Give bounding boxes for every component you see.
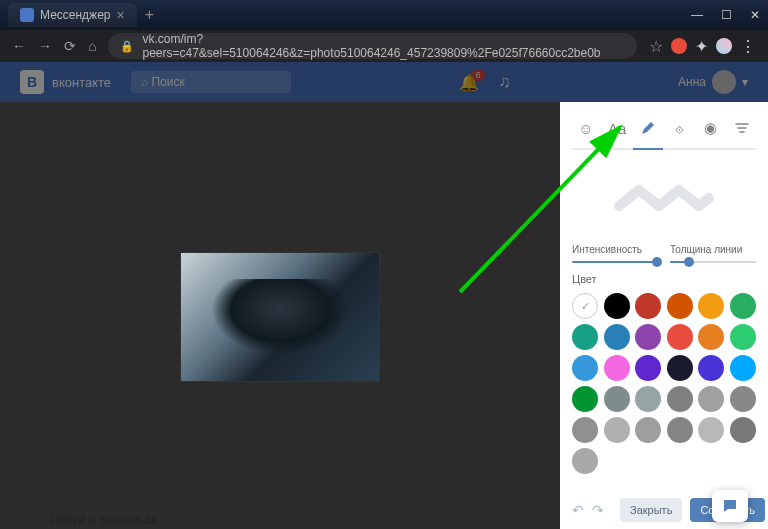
home-button[interactable]: ⌂ [88, 38, 96, 54]
back-button[interactable]: ← [12, 38, 26, 54]
lock-icon: 🔒 [120, 40, 134, 53]
extensions-menu-icon[interactable]: ✦ [695, 37, 708, 56]
color-swatch[interactable] [730, 324, 756, 350]
editor-panel: ☺ Aa ⟐ ◉ Интенсивность [560, 102, 768, 529]
extension-icon-1[interactable] [671, 38, 687, 54]
color-swatch[interactable] [572, 386, 598, 412]
color-swatch[interactable] [604, 355, 630, 381]
color-swatch[interactable] [667, 293, 693, 319]
color-swatch[interactable] [698, 355, 724, 381]
slider-thumb[interactable] [652, 257, 662, 267]
vk-header: B вконтакте ⌕ Поиск 🔔6 ♫ Анна ▾ [0, 62, 768, 102]
menu-icon[interactable]: ⋮ [740, 37, 756, 56]
vk-search-input[interactable]: ⌕ Поиск [131, 71, 291, 93]
color-swatch[interactable] [604, 417, 630, 443]
color-swatch[interactable] [572, 324, 598, 350]
url-input[interactable]: 🔒 vk.com/im?peers=c47&sel=510064246&z=ph… [108, 33, 637, 59]
translate-icon[interactable]: ☆ [649, 37, 663, 56]
maximize-button[interactable]: ☐ [721, 8, 732, 22]
user-menu[interactable]: Анна ▾ [678, 70, 748, 94]
window-titlebar: Мессенджер × + — ☐ ✕ [0, 0, 768, 30]
window-controls: — ☐ ✕ [691, 8, 760, 22]
photo-canvas-area[interactable] [0, 102, 560, 529]
main-content: Целуй и Знакомься ☺ Aa ⟐ ◉ [0, 102, 768, 529]
color-swatch[interactable] [698, 293, 724, 319]
color-swatch[interactable] [698, 417, 724, 443]
color-swatch[interactable] [635, 386, 661, 412]
intensity-slider[interactable] [572, 261, 658, 263]
notification-badge: 6 [472, 69, 485, 81]
tool-tabs: ☺ Aa ⟐ ◉ [572, 112, 756, 148]
color-swatch[interactable] [635, 355, 661, 381]
color-swatch[interactable] [730, 293, 756, 319]
tab-indicator [572, 148, 756, 150]
color-swatch[interactable] [635, 324, 661, 350]
color-swatch[interactable] [572, 448, 598, 474]
photo-preview [180, 252, 380, 382]
thickness-slider[interactable] [670, 261, 756, 263]
crop-tab[interactable]: ⟐ [668, 116, 692, 140]
extensions: ☆ ✦ ⋮ [649, 37, 756, 56]
chevron-down-icon: ▾ [742, 75, 748, 89]
redo-button[interactable]: ↷ [592, 502, 604, 518]
color-swatch[interactable] [667, 355, 693, 381]
color-swatch[interactable] [730, 355, 756, 381]
color-swatch[interactable] [698, 386, 724, 412]
new-tab-button[interactable]: + [145, 6, 154, 24]
music-icon[interactable]: ♫ [499, 73, 511, 91]
browser-tab[interactable]: Мессенджер × [8, 3, 137, 27]
brush-preview [572, 162, 756, 234]
intensity-label: Интенсивность [572, 244, 658, 255]
address-bar: ← → ⟳ ⌂ 🔒 vk.com/im?peers=c47&sel=510064… [0, 30, 768, 62]
user-name: Анна [678, 75, 706, 89]
close-button[interactable]: Закрыть [620, 498, 682, 522]
forward-button[interactable]: → [38, 38, 52, 54]
color-swatch[interactable] [635, 417, 661, 443]
color-swatch[interactable] [635, 293, 661, 319]
photo-editor-overlay: ☺ Aa ⟐ ◉ Интенсивность [0, 102, 768, 529]
user-avatar [712, 70, 736, 94]
emoji-tab[interactable]: ☺ [574, 116, 598, 140]
minimize-button[interactable]: — [691, 8, 703, 22]
color-swatch[interactable] [698, 324, 724, 350]
draw-tab[interactable] [636, 116, 660, 140]
blur-tab[interactable]: ◉ [699, 116, 723, 140]
url-text: vk.com/im?peers=c47&sel=510064246&z=phot… [142, 32, 625, 60]
close-button[interactable]: ✕ [750, 8, 760, 22]
color-palette: ✓ [572, 293, 756, 474]
slider-thumb[interactable] [684, 257, 694, 267]
profile-avatar[interactable] [716, 38, 732, 54]
color-swatch[interactable] [667, 386, 693, 412]
text-tab[interactable]: Aa [605, 116, 629, 140]
thickness-label: Толщина линии [670, 244, 756, 255]
color-swatch[interactable] [572, 417, 598, 443]
color-swatch[interactable] [604, 324, 630, 350]
vk-logo-icon: B [20, 70, 44, 94]
color-swatch[interactable] [730, 386, 756, 412]
color-swatch[interactable] [667, 324, 693, 350]
filters-tab[interactable] [730, 116, 754, 140]
tab-close-icon[interactable]: × [116, 7, 124, 23]
color-swatch[interactable] [604, 386, 630, 412]
color-swatch[interactable] [572, 355, 598, 381]
color-swatch[interactable] [667, 417, 693, 443]
tab-favicon [20, 8, 34, 22]
color-swatch[interactable] [604, 293, 630, 319]
color-section-label: Цвет [572, 273, 756, 285]
tab-title: Мессенджер [40, 8, 110, 22]
vk-logo[interactable]: B вконтакте [20, 70, 111, 94]
notifications-icon[interactable]: 🔔6 [459, 73, 479, 92]
vk-brand-text: вконтакте [52, 75, 111, 90]
reload-button[interactable]: ⟳ [64, 38, 76, 54]
chat-widget[interactable] [712, 490, 748, 522]
color-swatch[interactable] [730, 417, 756, 443]
color-swatch-white[interactable]: ✓ [572, 293, 598, 319]
undo-button[interactable]: ↶ [572, 502, 584, 518]
